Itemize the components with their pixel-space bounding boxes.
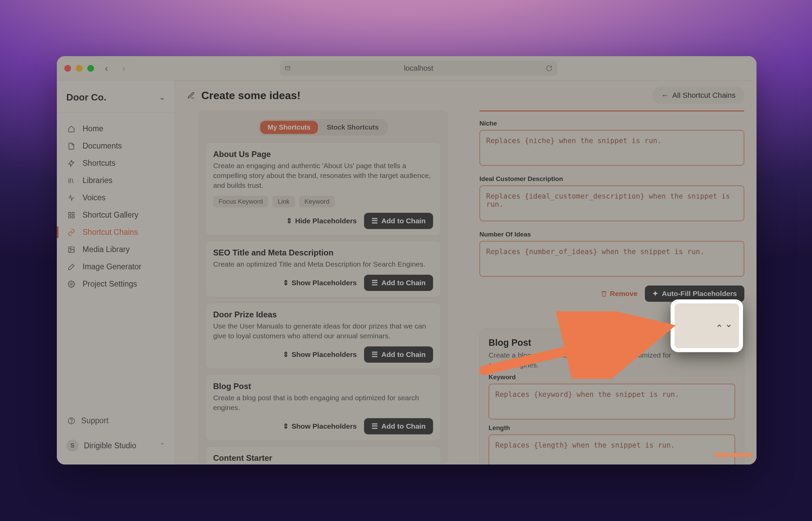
toggle-placeholders-button[interactable]: ⇕ Show Placeholders <box>283 279 357 287</box>
url-text: localhost <box>404 64 433 73</box>
add-to-chain-button[interactable]: ☰ Add to Chain <box>364 418 433 434</box>
shortcut-card: About Us Page Create an engaging and aut… <box>205 142 441 235</box>
length-input[interactable] <box>489 434 735 465</box>
ideal-customer-input[interactable] <box>479 185 744 221</box>
workspace-name: Door Co. <box>66 92 106 103</box>
sparkle-icon: ✦ <box>652 290 658 298</box>
sidebar-nav: Home Documents Shortcuts Libraries Voice… <box>57 113 175 409</box>
add-to-chain-button[interactable]: ☰ Add to Chain <box>364 275 433 291</box>
field-label: Niche <box>479 120 744 127</box>
browser-chrome: ‹ › localhost <box>57 56 757 81</box>
workspace-switcher-label: Dirigible Studio <box>84 441 136 450</box>
support-link[interactable]: Support <box>62 412 170 429</box>
sidebar-item-media-library[interactable]: Media Library <box>62 241 170 258</box>
sidebar-item-project-settings[interactable]: Project Settings <box>62 275 170 293</box>
move-up-button[interactable] <box>716 322 723 329</box>
page-header: Create some ideas! ← All Shortcut Chains <box>175 81 757 110</box>
shortcut-card: Door Prize Ideas Use the User Manuals to… <box>205 303 441 369</box>
sidebar-item-label: Home <box>83 124 103 133</box>
sidebar-item-label: Libraries <box>83 176 112 185</box>
expand-icon: ⇕ <box>283 279 289 287</box>
window-close-button[interactable] <box>64 65 71 72</box>
sidebar-item-label: Voices <box>83 193 106 202</box>
shortcut-title: Content Starter <box>213 453 433 463</box>
keyword-input[interactable] <box>489 384 735 420</box>
main-content: Create some ideas! ← All Shortcut Chains… <box>175 81 757 465</box>
shortcut-desc: Create an engaging and authentic 'About … <box>213 161 433 190</box>
expand-icon: ⇕ <box>283 350 289 359</box>
shortcut-title: Blog Post <box>213 382 433 391</box>
move-down-button[interactable] <box>725 322 732 329</box>
remove-button[interactable]: Remove <box>601 290 638 298</box>
shortcut-title: About Us Page <box>213 150 433 159</box>
shortcut-tag: Keyword <box>299 196 335 207</box>
shortcut-tabs: My Shortcuts Stock Shortcuts <box>258 119 388 136</box>
window-maximize-button[interactable] <box>87 65 94 72</box>
bolt-icon <box>68 160 76 167</box>
svg-rect-4 <box>72 216 74 218</box>
placeholder-field-partial[interactable] <box>479 110 744 112</box>
svg-point-7 <box>70 283 72 285</box>
sidebar-item-shortcut-chains[interactable]: Shortcut Chains <box>62 224 170 241</box>
niche-input[interactable] <box>479 130 744 166</box>
sidebar-item-shortcuts[interactable]: Shortcuts <box>62 155 170 172</box>
number-of-ideas-input[interactable] <box>479 241 744 277</box>
link-icon <box>68 229 76 236</box>
toggle-placeholders-button[interactable]: ⇕ Show Placeholders <box>283 350 357 359</box>
shortcut-browser: My Shortcuts Stock Shortcuts About Us Pa… <box>198 110 448 465</box>
toggle-placeholders-button[interactable]: ⇕ Hide Placeholders <box>286 217 357 225</box>
books-icon <box>68 177 76 184</box>
tab-my-shortcuts[interactable]: My Shortcuts <box>260 121 318 134</box>
workspace-switcher[interactable]: S Dirigible Studio ⌃ <box>62 436 170 455</box>
sidebar: Door Co. ⌄ Home Documents Shortcuts <box>57 81 175 465</box>
add-to-chain-button[interactable]: ☰ Add to Chain <box>364 213 433 229</box>
svg-rect-2 <box>72 212 74 214</box>
chevron-down-icon: ⌄ <box>159 93 165 102</box>
sidebar-item-label: Documents <box>83 141 122 151</box>
page-title: Create some ideas! <box>201 89 647 102</box>
traffic-lights <box>64 65 94 72</box>
edit-icon[interactable] <box>187 91 195 99</box>
document-icon <box>68 142 76 150</box>
back-label: All Shortcut Chains <box>672 91 736 100</box>
chain-editor: Niche Ideal Customer Description Number … <box>448 110 744 465</box>
nav-forward-button[interactable]: › <box>119 62 129 75</box>
sidebar-item-shortcut-gallery[interactable]: Shortcut Gallery <box>62 206 170 224</box>
sidebar-item-documents[interactable]: Documents <box>62 137 170 155</box>
svg-rect-1 <box>69 212 71 214</box>
sidebar-item-label: Shortcut Gallery <box>83 210 138 220</box>
toggle-placeholders-button[interactable]: ⇕ Show Placeholders <box>283 422 357 430</box>
reload-icon[interactable] <box>546 65 552 72</box>
tab-stock-shortcuts[interactable]: Stock Shortcuts <box>319 121 386 134</box>
shortcut-card: Blog Post Create a blog post that is bot… <box>205 375 441 441</box>
support-label: Support <box>81 416 109 425</box>
window-minimize-button[interactable] <box>76 65 83 72</box>
app-window: ‹ › localhost Door Co. ⌄ <box>57 56 757 465</box>
nav-back-button[interactable]: ‹ <box>102 62 111 75</box>
sidebar-item-label: Shortcuts <box>83 159 115 168</box>
tutorial-progress-indicator <box>715 453 752 457</box>
gear-icon <box>68 280 76 288</box>
site-info-icon[interactable] <box>285 65 291 71</box>
workspace-picker[interactable]: Door Co. ⌄ <box>57 88 175 113</box>
shortcut-title: SEO Title and Meta Description <box>213 248 433 257</box>
workspace-avatar: S <box>66 439 78 452</box>
sidebar-item-home[interactable]: Home <box>62 120 170 137</box>
field-label: Ideal Customer Description <box>479 175 744 183</box>
field-label: Number Of Ideas <box>479 231 744 238</box>
sidebar-item-label: Project Settings <box>83 279 137 289</box>
stack-icon: ☰ <box>371 422 378 430</box>
shortcut-card: SEO Title and Meta Description Create an… <box>205 241 441 297</box>
stack-icon: ☰ <box>371 350 378 359</box>
svg-point-9 <box>71 422 71 423</box>
sidebar-item-voices[interactable]: Voices <box>62 189 170 206</box>
add-to-chain-button[interactable]: ☰ Add to Chain <box>364 346 433 363</box>
back-button[interactable]: ← All Shortcut Chains <box>653 87 744 104</box>
svg-rect-3 <box>69 216 71 218</box>
collapse-icon: ⇕ <box>286 217 292 225</box>
sidebar-item-libraries[interactable]: Libraries <box>62 172 170 189</box>
wave-icon <box>68 194 76 202</box>
url-bar[interactable]: localhost <box>280 61 557 76</box>
sidebar-item-image-generator[interactable]: Image Generator <box>62 258 170 275</box>
shortcut-title: Door Prize Ideas <box>213 310 433 319</box>
